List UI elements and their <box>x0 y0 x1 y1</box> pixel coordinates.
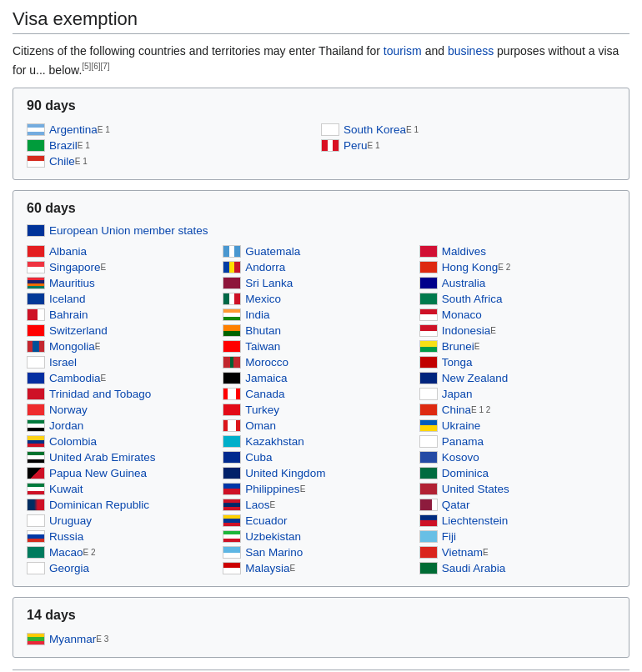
country-sup: E <box>300 484 306 494</box>
country-link-pa[interactable]: Panama <box>442 435 484 448</box>
list-item: ArgentinaE 1 <box>27 122 321 138</box>
flag-ec <box>223 514 241 527</box>
list-item: India <box>223 307 419 323</box>
country-link-jo[interactable]: Jordan <box>49 419 83 432</box>
business-link[interactable]: business <box>448 44 494 58</box>
list-item: MalaysiaE <box>223 560 419 576</box>
country-link-is[interactable]: Iceland <box>49 293 86 305</box>
country-link-cl[interactable]: Chile <box>49 155 75 168</box>
country-link-gb[interactable]: United Kingdom <box>245 467 325 479</box>
country-link-ru[interactable]: Russia <box>49 530 83 543</box>
country-link-vn[interactable]: Vietnam <box>442 546 483 559</box>
list-item: Morocco <box>223 354 419 370</box>
country-link-qa[interactable]: Qatar <box>442 499 470 511</box>
country-link-jp[interactable]: Japan <box>442 388 473 400</box>
country-link-mo[interactable]: Macao <box>49 546 83 559</box>
country-link-uy[interactable]: Uruguay <box>49 514 92 527</box>
list-item: Tonga <box>419 354 615 370</box>
country-link-no[interactable]: Norway <box>49 404 88 416</box>
country-link-ec[interactable]: Ecuador <box>245 514 287 527</box>
country-link-om[interactable]: Oman <box>245 419 276 432</box>
country-link-my[interactable]: Malaysia <box>245 562 289 574</box>
flag-al <box>27 245 45 258</box>
country-link-pg[interactable]: Papua New Guinea <box>49 467 147 479</box>
list-item: Dominica <box>419 465 615 481</box>
country-list-90days: ArgentinaE 1South KoreaE 1BrazilE 1PeruE… <box>27 122 615 169</box>
country-link-mc[interactable]: Monaco <box>442 308 482 321</box>
country-link-bh[interactable]: Bahrain <box>49 308 88 321</box>
country-link-in[interactable]: India <box>245 308 269 321</box>
country-link-mn[interactable]: Mongolia <box>49 340 95 353</box>
country-link-mv[interactable]: Maldives <box>442 245 486 258</box>
country-link-tt[interactable]: Trinidad and Tobago <box>49 388 151 400</box>
country-link-xk[interactable]: Kosovo <box>442 451 479 464</box>
country-link-id[interactable]: Indonesia <box>442 324 491 337</box>
country-link-ch[interactable]: Switzerland <box>49 324 108 337</box>
country-link-tr[interactable]: Turkey <box>245 404 279 416</box>
country-link-li[interactable]: Liechtenstein <box>442 514 509 527</box>
country-link-pe[interactable]: Peru <box>344 139 368 152</box>
country-link-kw[interactable]: Kuwait <box>49 483 83 495</box>
list-item: Israel <box>27 354 223 370</box>
country-link-sa[interactable]: Saudi Arabia <box>442 562 506 574</box>
flag-id <box>419 324 438 337</box>
country-link-ma[interactable]: Morocco <box>245 356 288 369</box>
country-link-ua[interactable]: Ukraine <box>442 419 481 432</box>
country-link-al[interactable]: Albania <box>49 245 87 258</box>
flag-cu <box>223 451 241 464</box>
list-item: Dominican Republic <box>27 497 223 513</box>
list-item: Uruguay <box>27 513 223 529</box>
country-link-hk[interactable]: Hong Kong <box>442 261 499 273</box>
country-link-cu[interactable]: Cuba <box>245 451 272 464</box>
list-item: Iceland <box>27 291 223 307</box>
country-link-sg[interactable]: Singapore <box>49 261 101 273</box>
country-link-bn[interactable]: Brunei <box>442 340 474 353</box>
country-link-cn[interactable]: China <box>442 404 471 416</box>
flag-sm <box>223 546 241 559</box>
flag-bn <box>419 340 438 353</box>
country-link-ar[interactable]: Argentina <box>49 123 98 136</box>
country-link-kz[interactable]: Kazakhstan <box>245 435 304 448</box>
list-item: Ukraine <box>419 418 615 434</box>
country-link-jm[interactable]: Jamaica <box>245 372 287 384</box>
flag-is <box>27 293 45 305</box>
country-link-tw[interactable]: Taiwan <box>245 340 280 353</box>
eu-member-states-link[interactable]: European Union member states <box>49 224 208 237</box>
country-link-fj[interactable]: Fiji <box>442 530 456 543</box>
flag-to <box>419 356 438 369</box>
country-link-za[interactable]: South Africa <box>442 293 503 305</box>
tourism-link[interactable]: tourism <box>384 44 422 58</box>
country-link-us[interactable]: United States <box>442 483 509 495</box>
country-link-il[interactable]: Israel <box>49 356 77 369</box>
list-item: Bhutan <box>223 323 419 339</box>
country-link-mx[interactable]: Mexico <box>245 293 281 305</box>
country-sup: E 2 <box>83 548 96 557</box>
country-link-nz[interactable]: New Zealand <box>442 372 509 384</box>
country-link-au[interactable]: Australia <box>442 277 486 289</box>
country-link-la[interactable]: Laos <box>245 499 269 511</box>
country-link-kr[interactable]: South Korea <box>344 123 406 136</box>
country-link-uz[interactable]: Uzbekistan <box>245 530 301 543</box>
country-link-ph[interactable]: Philippines <box>245 483 299 495</box>
country-list-14days: MyanmarE 3 <box>27 631 615 647</box>
flag-ua <box>419 419 438 432</box>
list-item: Liechtenstein <box>419 513 615 529</box>
country-link-ge[interactable]: Georgia <box>49 562 89 574</box>
country-link-ad[interactable]: Andorra <box>245 261 285 273</box>
country-link-br[interactable]: Brazil <box>49 139 78 152</box>
country-sup: E 2 <box>498 263 510 272</box>
country-link-to[interactable]: Tonga <box>442 356 473 369</box>
country-link-lk[interactable]: Sri Lanka <box>245 277 293 289</box>
country-link-bt[interactable]: Bhutan <box>245 324 281 337</box>
country-link-kh[interactable]: Cambodia <box>49 372 101 384</box>
country-link-mu[interactable]: Mauritius <box>49 277 95 289</box>
country-link-gt[interactable]: Guatemala <box>245 245 300 258</box>
country-link-sm[interactable]: San Marino <box>245 546 303 559</box>
country-link-dm[interactable]: Dominica <box>442 467 489 479</box>
country-link-ca[interactable]: Canada <box>245 388 284 400</box>
country-link-ae[interactable]: United Arab Emirates <box>49 451 156 464</box>
country-link-co[interactable]: Colombia <box>49 435 97 448</box>
flag-sa <box>419 562 438 574</box>
country-link-do[interactable]: Dominican Republic <box>49 499 149 511</box>
country-link-mm[interactable]: Myanmar <box>49 633 96 645</box>
